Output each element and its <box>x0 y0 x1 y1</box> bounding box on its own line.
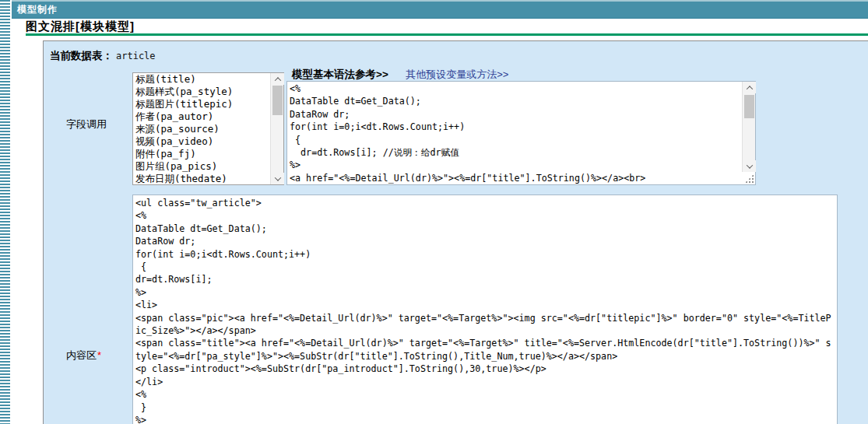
preset-variables-link[interactable]: 其他预设变量或方法>> <box>406 68 508 80</box>
field-option[interactable]: 标题(title) <box>133 73 283 86</box>
chevron-down-icon <box>746 162 752 168</box>
field-call-label: 字段调用 <box>66 117 107 131</box>
current-table-row: 当前数据表：article <box>50 49 156 63</box>
page-title: 图文混排[模块模型] <box>26 19 135 33</box>
chevron-up-icon <box>746 86 752 92</box>
current-table-label: 当前数据表： <box>50 50 113 61</box>
scroll-up-button[interactable] <box>271 73 284 85</box>
chevron-down-icon <box>274 174 280 180</box>
syntax-textarea-scrollbar[interactable] <box>742 82 755 172</box>
window-title: 模型制作 <box>12 2 58 18</box>
scroll-up-button[interactable] <box>743 82 756 93</box>
reference-links-row: 模型基本语法参考>> 其他预设变量或方法>> <box>292 67 508 80</box>
syntax-example-textarea[interactable]: <% DataTable dt=Get_Data(); DataRow dr; … <box>286 81 756 185</box>
scrollbar-thumb[interactable] <box>272 86 283 115</box>
content-area-label: 内容区 <box>66 349 97 361</box>
field-option[interactable]: 标题样式(pa_style) <box>133 86 283 98</box>
top-title-bar: 模型制作 <box>12 0 868 19</box>
title-underline <box>26 33 868 36</box>
left-stripe-decoration <box>0 0 10 424</box>
content-area-label-row: 内容区* <box>66 349 101 363</box>
fields-listbox-scrollbar[interactable] <box>270 73 283 184</box>
screen: 模型制作 图文混排[模块模型] 当前数据表：article 字段调用 标题(ti… <box>0 0 868 424</box>
chevron-up-icon <box>274 77 280 83</box>
field-option[interactable]: 视频(pa_video) <box>133 135 283 148</box>
syntax-reference-link[interactable]: 模型基本语法参考>> <box>292 68 388 80</box>
content-template-textarea[interactable]: <ul class="tw_article"> <% DataTable dt=… <box>132 194 838 424</box>
required-asterisk: * <box>97 349 101 361</box>
field-option[interactable]: 附件(pa_fj) <box>133 148 283 160</box>
field-option[interactable]: 图片组(pa_pics) <box>133 160 283 173</box>
field-option[interactable]: 作者(pa_autor) <box>133 110 283 123</box>
fields-listbox[interactable]: 标题(title)标题样式(pa_style)标题图片(titlepic)作者(… <box>132 72 284 185</box>
field-option[interactable]: 发布日期(thedate) <box>133 173 283 185</box>
current-table-value: article <box>116 51 156 61</box>
scroll-down-button[interactable] <box>271 173 284 184</box>
scrollbar-thumb[interactable] <box>744 95 754 118</box>
field-option[interactable]: 来源(pa_source) <box>133 123 283 135</box>
field-option[interactable]: 标题图片(titlepic) <box>133 98 283 110</box>
scroll-down-button[interactable] <box>743 160 756 172</box>
